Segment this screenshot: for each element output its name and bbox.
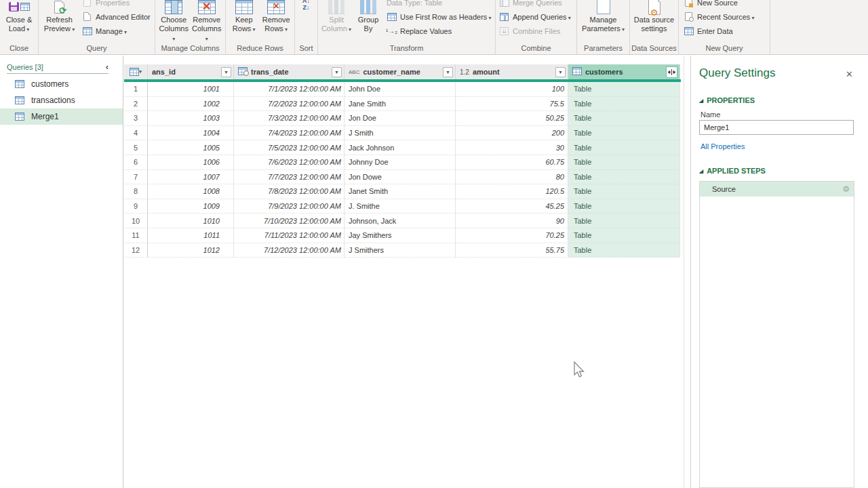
sort-descending-button[interactable]: Z↓ — [303, 4, 310, 11]
use-first-row-as-headers-button[interactable]: Use First Row as Headers — [387, 9, 492, 24]
row-number[interactable]: 3 — [124, 111, 148, 126]
cell-customer-name[interactable]: Jay Smithers — [344, 228, 456, 243]
cell-customers-table-link[interactable]: Table — [568, 170, 680, 185]
expand-column-icon[interactable] — [666, 66, 677, 78]
cell-customer-name[interactable]: Jane Smith — [344, 97, 456, 112]
cell-amount[interactable]: 55.75 — [456, 243, 568, 258]
cell-customer-name[interactable]: John Doe — [344, 82, 456, 97]
cell-customers-table-link[interactable]: Table — [568, 126, 680, 141]
filter-icon[interactable]: ▼ — [221, 67, 231, 77]
row-number[interactable]: 12 — [124, 243, 148, 258]
row-number[interactable]: 10 — [124, 214, 148, 228]
cell-trans-id[interactable]: 1004 — [148, 126, 234, 141]
gear-icon[interactable]: ⚙ — [842, 184, 850, 194]
cell-customers-table-link[interactable]: Table — [568, 97, 680, 112]
step-source[interactable]: Source ⚙ — [700, 182, 854, 197]
cell-customer-name[interactable]: Johnny Doe — [344, 155, 456, 170]
replace-values-button[interactable]: ¹→₂ Replace Values — [387, 24, 492, 38]
cell-amount[interactable]: 120.5 — [456, 184, 568, 199]
collapse-pane-icon[interactable]: ‹ — [106, 63, 108, 71]
cell-trans-date[interactable]: 7/12/2023 12:00:00 AM — [234, 243, 344, 258]
cell-amount[interactable]: 75.5 — [456, 97, 568, 112]
cell-trans-date[interactable]: 7/5/2023 12:00:00 AM — [234, 140, 344, 155]
column-header-customer-name[interactable]: ABC customer_name ▼ — [344, 64, 456, 79]
close-and-load-button[interactable]: Close & Load — [2, 0, 36, 34]
cell-amount[interactable]: 80 — [456, 170, 568, 185]
cell-trans-id[interactable]: 1005 — [148, 140, 234, 155]
cell-customers-table-link[interactable]: Table — [568, 111, 680, 126]
cell-customer-name[interactable]: J. Smithe — [344, 199, 456, 214]
cell-trans-id[interactable]: 1009 — [148, 199, 234, 214]
keep-rows-button[interactable]: Keep Rows — [228, 0, 260, 34]
cell-amount[interactable]: 30 — [456, 140, 568, 155]
cell-customer-name[interactable]: Johnson, Jack — [344, 214, 456, 228]
cell-trans-date[interactable]: 7/1/2023 12:00:00 AM — [234, 82, 344, 97]
row-number[interactable]: 4 — [124, 126, 148, 141]
filter-icon[interactable]: ▼ — [332, 67, 342, 77]
cell-amount[interactable]: 45.25 — [456, 199, 568, 214]
cell-customers-table-link[interactable]: Table — [568, 184, 680, 199]
cell-customer-name[interactable]: J Smithers — [344, 243, 456, 258]
choose-columns-button[interactable]: Choose Columns — [157, 0, 191, 43]
row-number[interactable]: 11 — [124, 228, 148, 243]
advanced-editor-button[interactable]: Advanced Editor — [82, 9, 151, 24]
cell-amount[interactable]: 60.75 — [456, 155, 568, 170]
cell-customer-name[interactable]: J Smith — [344, 126, 456, 141]
cell-trans-id[interactable]: 1011 — [148, 228, 234, 243]
sidebar-item-merge1[interactable]: Merge1 — [0, 108, 123, 125]
cell-customers-table-link[interactable]: Table — [568, 199, 680, 214]
group-by-button[interactable]: Group By — [353, 0, 384, 33]
select-all-corner-cell[interactable]: ▾ — [124, 64, 148, 79]
remove-rows-button[interactable]: ✕ Remove Rows — [260, 0, 293, 34]
cell-amount[interactable]: 200 — [456, 126, 568, 141]
column-header-trans-id[interactable]: ans_id ▼ — [148, 64, 234, 79]
cell-customer-name[interactable]: Janet Smith — [344, 184, 456, 199]
properties-section-header[interactable]: ◢ PROPERTIES — [699, 96, 755, 104]
row-number[interactable]: 1 — [124, 82, 148, 97]
new-source-button[interactable]: New Source — [684, 0, 755, 9]
filter-icon[interactable]: ▼ — [555, 67, 566, 77]
column-header-customers[interactable]: customers — [568, 64, 680, 79]
cell-trans-id[interactable]: 1010 — [148, 214, 234, 228]
row-number[interactable]: 5 — [124, 140, 148, 155]
cell-trans-id[interactable]: 1008 — [148, 184, 234, 199]
cell-amount[interactable]: 90 — [456, 214, 568, 228]
cell-trans-id[interactable]: 1002 — [148, 97, 234, 112]
cell-customer-name[interactable]: Jon Doe — [344, 111, 456, 126]
cell-customer-name[interactable]: Jon Dowe — [344, 170, 456, 185]
filter-icon[interactable]: ▼ — [443, 67, 453, 77]
cell-trans-date[interactable]: 7/10/2023 12:00:00 AM — [234, 214, 344, 228]
cell-trans-date[interactable]: 7/9/2023 12:00:00 AM — [234, 199, 344, 214]
enter-data-button[interactable]: Enter Data — [684, 24, 755, 38]
cell-customers-table-link[interactable]: Table — [568, 140, 680, 155]
cell-trans-id[interactable]: 1007 — [148, 170, 234, 185]
column-header-amount[interactable]: 1.2 amount ▼ — [456, 64, 568, 79]
applied-steps-section-header[interactable]: ◢ APPLIED STEPS — [699, 167, 766, 175]
close-icon[interactable]: ✕ — [846, 69, 853, 79]
data-source-settings-button[interactable]: ⚙ Data source settings — [632, 0, 676, 33]
cell-trans-date[interactable]: 7/2/2023 12:00:00 AM — [234, 97, 344, 112]
cell-trans-date[interactable]: 7/7/2023 12:00:00 AM — [234, 170, 344, 185]
query-name-input[interactable] — [699, 120, 854, 135]
manage-parameters-button[interactable]: Manage Parameters — [579, 0, 627, 34]
cell-customers-table-link[interactable]: Table — [568, 214, 680, 228]
row-number[interactable]: 8 — [124, 184, 148, 199]
cell-trans-id[interactable]: 1006 — [148, 155, 234, 170]
row-number[interactable]: 2 — [124, 97, 148, 112]
recent-sources-button[interactable]: Recent Sources — [684, 9, 755, 24]
cell-customers-table-link[interactable]: Table — [568, 155, 680, 170]
cell-trans-id[interactable]: 1003 — [148, 111, 234, 126]
cell-trans-id[interactable]: 1012 — [148, 243, 234, 258]
cell-customers-table-link[interactable]: Table — [568, 243, 680, 258]
manage-button[interactable]: Manage — [82, 24, 151, 38]
sidebar-item-customers[interactable]: customers — [0, 76, 123, 92]
cell-trans-date[interactable]: 7/4/2023 12:00:00 AM — [234, 126, 344, 141]
column-header-trans-date[interactable]: trans_date ▼ — [234, 64, 344, 79]
all-properties-link[interactable]: All Properties — [701, 142, 745, 150]
cell-trans-date[interactable]: 7/3/2023 12:00:00 AM — [234, 111, 344, 126]
append-queries-button[interactable]: Append Queries — [499, 9, 571, 24]
cell-customers-table-link[interactable]: Table — [568, 228, 680, 243]
cell-trans-date[interactable]: 7/8/2023 12:00:00 AM — [234, 184, 344, 199]
row-number[interactable]: 7 — [124, 170, 148, 185]
cell-amount[interactable]: 100 — [456, 82, 568, 97]
